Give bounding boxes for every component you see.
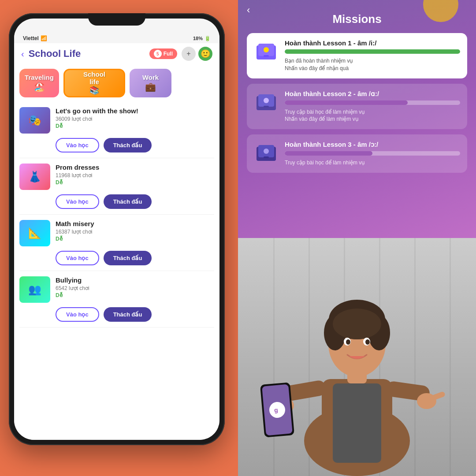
mission-content-1: Hoàn thành Lesson 1 - âm /i:/ Bạn đã hoà… [285,39,460,72]
lesson-title: Math misery [56,220,214,227]
progress-bar-bg-1 [285,49,460,54]
battery-icon: 🔋 [205,36,211,41]
mission-1-title: Hoàn thành Lesson 1 - âm /i:/ [285,39,460,47]
mission-card-2[interactable]: Hoàn thành Lesson 2 - âm /ɑ:/ Truy cập b… [247,84,467,130]
lesson-buttons: Vào học Thách đấu [56,194,214,209]
mission-card-1[interactable]: Hoàn thành Lesson 1 - âm /i:/ Bạn đã hoà… [247,33,467,78]
category-work[interactable]: Work 💼 [130,69,171,97]
wifi-icon: 📶 [41,35,47,41]
lesson-item: 👥 Bullying 6542 lượt chơi Dễ Vào học Thá… [19,271,214,327]
svg-rect-29 [431,391,446,401]
progress-fill-1 [285,49,460,54]
person-panel: g [238,238,476,476]
header-icons: + 🙂 [182,47,212,61]
svg-point-24 [365,339,370,345]
mission-content-3: Hoàn thành Lesson 3 - âm /ɔ:/ Truy cập b… [285,141,460,167]
lesson-plays: 6542 lượt chơi [56,285,214,291]
app-header: ‹ School Life 5 Full + 🙂 [14,43,219,64]
lesson-item: 📐 Math misery 16387 lượt chơi Dễ Vào học… [19,215,214,271]
progress-bar-bg-2 [285,100,460,105]
svg-point-10 [264,149,269,154]
progress-bar-bg-3 [285,151,460,156]
lesson-thumbnail: 👗 [19,164,50,190]
phone-screen: Viettel 📶 18% 🔋 ‹ School Life 5 Full [14,19,219,440]
lesson-top: 👥 Bullying 6542 lượt chơi Dễ [19,276,214,303]
svg-point-20 [333,309,381,339]
category-school[interactable]: Schoollife 📚 [63,69,125,97]
lesson-info: Let's go on with the show! 36009 lượt ch… [56,107,214,129]
carrier-text: Viettel [23,35,39,41]
lesson-difficulty: Dễ [56,123,214,129]
challenge-button[interactable]: Thách đấu [104,251,152,265]
avatar-button[interactable]: 🙂 [198,47,212,61]
progress-fill-2 [285,100,408,105]
battery-text: 18% [193,36,203,41]
lesson-title: Let's go on with the show! [56,107,214,115]
badge-text: Full [164,51,173,57]
mission-2-desc: Truy cập bài học để làm nhiệm vụ Nhấn và… [285,108,460,123]
lesson-buttons: Vào học Thách đấu [56,138,214,152]
notch [88,13,145,26]
school-label: Schoollife [83,71,105,86]
lesson-top: 👗 Prom dresses 11968 lượt chơi Dễ [19,164,214,190]
status-right: 18% 🔋 [193,36,211,41]
page-title: School Life [29,48,145,60]
lesson-buttons: Vào học Thách đấu [56,251,214,265]
challenge-button[interactable]: Thách đấu [104,194,152,209]
study-button[interactable]: Vào học [56,251,99,265]
plus-button[interactable]: + [182,47,196,61]
person-background: g [238,238,476,476]
lesson-top: 🎭 Let's go on with the show! 36009 lượt … [19,107,214,134]
traveling-label: Traveling [25,74,54,82]
lesson-top: 📐 Math misery 16387 lượt chơi Dễ [19,220,214,246]
mission-icon-3 [254,141,279,165]
mission-3-desc: Truy cập bài học để làm nhiệm vụ [285,159,460,167]
progress-fill-3 [285,151,372,156]
person-illustration: g [238,256,476,476]
lesson-difficulty: Dễ [56,179,214,186]
study-button[interactable]: Vào học [56,307,99,322]
lesson-info: Math misery 16387 lượt chơi Dễ [56,220,214,242]
back-arrow-missions[interactable]: ‹ [247,4,250,16]
svg-point-6 [264,98,269,103]
phone-shell: Viettel 📶 18% 🔋 ‹ School Life 5 Full [9,13,225,445]
lesson-thumbnail: 👥 [19,276,50,303]
status-bar: Viettel 📶 18% 🔋 [14,32,219,43]
svg-text:g: g [274,406,278,414]
study-button[interactable]: Vào học [56,194,99,209]
lesson-info: Bullying 6542 lượt chơi Dễ [56,276,214,298]
lesson-item: 👗 Prom dresses 11968 lượt chơi Dễ Vào họ… [19,158,214,215]
category-traveling[interactable]: Traveling 🏖️ [19,69,59,97]
svg-point-2 [264,47,269,52]
mission-icon-2 [254,90,279,115]
lesson-plays: 16387 lượt chơi [56,229,214,235]
study-button[interactable]: Vào học [56,138,99,152]
back-button[interactable]: ‹ [21,49,24,59]
svg-rect-11 [264,156,269,158]
lesson-plays: 36009 lượt chơi [56,116,214,122]
mission-icon-1 [254,39,279,64]
status-left: Viettel 📶 [23,35,47,41]
lesson-thumbnail: 🎭 [19,107,50,134]
category-bar: Traveling 🏖️ Schoollife 📚 Work 💼 [14,64,219,102]
work-label: Work [142,74,159,82]
mission-3-title: Hoàn thành Lesson 3 - âm /ɔ:/ [285,141,460,149]
lesson-buttons: Vào học Thách đấu [56,307,214,322]
lesson-thumbnail: 📐 [19,220,50,246]
lessons-list: 🎭 Let's go on with the show! 36009 lượt … [14,102,219,440]
mission-card-3[interactable]: Hoàn thành Lesson 3 - âm /ɔ:/ Truy cập b… [247,134,467,173]
lesson-difficulty: Dễ [56,236,214,242]
challenge-button[interactable]: Thách đấu [104,307,152,322]
lesson-plays: 11968 lượt chơi [56,172,214,178]
phone-left: Viettel 📶 18% 🔋 ‹ School Life 5 Full [9,13,234,463]
full-badge[interactable]: 5 Full [149,48,177,59]
lesson-item: 🎭 Let's go on with the show! 36009 lượt … [19,102,214,158]
lesson-info: Prom dresses 11968 lượt chơi Dễ [56,164,214,186]
badge-number: 5 [154,50,162,58]
svg-point-23 [346,339,350,345]
lesson-title: Prom dresses [56,164,214,171]
mission-content-2: Hoàn thành Lesson 2 - âm /ɑ:/ Truy cập b… [285,90,460,123]
svg-rect-3 [264,55,269,57]
challenge-button[interactable]: Thách đấu [104,138,152,152]
svg-rect-14 [333,383,381,463]
